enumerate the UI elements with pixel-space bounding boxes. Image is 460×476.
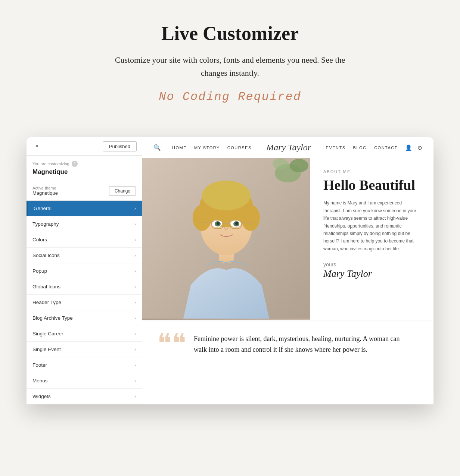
chevron-right-icon: › bbox=[134, 206, 136, 211]
chevron-right-icon: › bbox=[134, 316, 136, 321]
search-icon[interactable]: 🔍 bbox=[153, 144, 161, 151]
chevron-right-icon: › bbox=[134, 253, 136, 258]
hello-title: Hello Beautiful bbox=[323, 177, 420, 193]
site-navbar: 🔍 HOME MY STORY COURSES Mary Taylor EVEN… bbox=[142, 137, 433, 158]
hero-photo bbox=[142, 158, 310, 320]
active-theme-name: Magnetique bbox=[32, 190, 58, 196]
sidebar-topbar: × Published bbox=[27, 137, 142, 156]
svg-point-3 bbox=[273, 158, 288, 169]
svg-point-14 bbox=[217, 222, 220, 225]
nav-item-label: Single Event bbox=[32, 347, 61, 352]
customizing-label: You are customizing ? bbox=[32, 161, 136, 167]
active-theme-label: Active theme bbox=[32, 186, 58, 190]
nav-item-label: Blog Archive Type bbox=[32, 315, 73, 321]
nav-links-left: HOME MY STORY COURSES bbox=[172, 145, 252, 150]
chevron-right-icon: › bbox=[134, 331, 136, 336]
nav-item-label: Colors bbox=[32, 237, 47, 242]
sidebar-item-header-type[interactable]: Header Type› bbox=[27, 295, 142, 310]
nav-events[interactable]: EVENTS bbox=[326, 145, 346, 150]
chevron-right-icon: › bbox=[134, 394, 136, 399]
active-theme-row: Active theme Magnetique Change bbox=[27, 181, 142, 201]
user-icon[interactable]: 👤 bbox=[405, 144, 412, 151]
site-logo[interactable]: Mary Taylor bbox=[259, 143, 318, 153]
nav-item-label: Global Icons bbox=[32, 284, 60, 289]
svg-point-8 bbox=[241, 205, 260, 231]
close-button[interactable]: × bbox=[32, 141, 42, 151]
hero-subtitle: Customize your site with colors, fonts a… bbox=[103, 53, 357, 79]
sidebar-item-typography[interactable]: Typography› bbox=[27, 216, 142, 232]
sidebar-item-single-career[interactable]: Single Career› bbox=[27, 326, 142, 342]
chevron-right-icon: › bbox=[134, 237, 136, 242]
page-title: Live Customizer bbox=[15, 22, 445, 44]
svg-point-15 bbox=[235, 222, 238, 225]
quote-text: Feminine power is silent, dark, mysterio… bbox=[194, 333, 403, 355]
website-preview: 🔍 HOME MY STORY COURSES Mary Taylor EVEN… bbox=[142, 137, 433, 404]
nav-item-label: Single Career bbox=[32, 331, 63, 336]
quote-section: ❝❝ Feminine power is silent, dark, myste… bbox=[142, 320, 433, 368]
nav-item-label: Header Type bbox=[32, 300, 61, 305]
chevron-right-icon: › bbox=[134, 284, 136, 289]
sidebar-item-social-icons[interactable]: Social Icons› bbox=[27, 248, 142, 263]
nav-courses[interactable]: COURSES bbox=[227, 145, 252, 150]
sidebar-item-widgets[interactable]: Widgets› bbox=[27, 389, 142, 404]
help-icon[interactable]: ? bbox=[72, 161, 78, 167]
nav-icons: 👤 ⊙ bbox=[405, 144, 422, 151]
no-coding-text: No Coding Required bbox=[15, 90, 445, 104]
nav-item-label: Widgets bbox=[32, 394, 51, 399]
svg-point-7 bbox=[193, 205, 211, 231]
site-name: Magnetique bbox=[32, 168, 136, 176]
chevron-right-icon: › bbox=[134, 269, 136, 274]
customizer-sidebar: × Published You are customizing ? Magnet… bbox=[27, 137, 142, 404]
sidebar-item-global-icons[interactable]: Global Icons› bbox=[27, 279, 142, 295]
nav-contact[interactable]: CONTACT bbox=[374, 145, 398, 150]
hero-content: ABOUT ME Hello Beautiful My name is Mary… bbox=[310, 158, 433, 320]
nav-item-label: Menus bbox=[32, 378, 48, 383]
sidebar-item-footer[interactable]: Footer› bbox=[27, 357, 142, 373]
nav-home[interactable]: HOME bbox=[172, 145, 187, 150]
chevron-right-icon: › bbox=[134, 378, 136, 383]
nav-item-label: General bbox=[34, 206, 52, 211]
nav-blog[interactable]: BLOG bbox=[353, 145, 367, 150]
chevron-right-icon: › bbox=[134, 222, 136, 227]
chevron-right-icon: › bbox=[134, 363, 136, 368]
nav-item-label: Typography bbox=[32, 221, 59, 227]
chevron-right-icon: › bbox=[134, 300, 136, 305]
chevron-right-icon: › bbox=[134, 347, 136, 352]
change-theme-button[interactable]: Change bbox=[109, 186, 136, 196]
nav-menu: General›Typography›Colors›Social Icons›P… bbox=[27, 201, 142, 404]
sidebar-item-menus[interactable]: Menus› bbox=[27, 373, 142, 389]
sidebar-item-colors[interactable]: Colors› bbox=[27, 232, 142, 248]
site-hero: ABOUT ME Hello Beautiful My name is Mary… bbox=[142, 158, 433, 320]
nav-links-right: EVENTS BLOG CONTACT bbox=[326, 145, 398, 150]
sidebar-item-blog-archive-type[interactable]: Blog Archive Type› bbox=[27, 310, 142, 326]
hero-image bbox=[142, 158, 310, 320]
browser-mockup-wrapper: × Published You are customizing ? Magnet… bbox=[0, 137, 460, 404]
page-hero: Live Customizer Customize your site with… bbox=[0, 0, 460, 137]
sidebar-item-general[interactable]: General› bbox=[27, 201, 142, 216]
woman-illustration bbox=[142, 158, 310, 319]
quote-marks: ❝❝ bbox=[157, 330, 186, 357]
svg-point-2 bbox=[290, 159, 308, 172]
nav-my-story[interactable]: MY STORY bbox=[194, 145, 220, 150]
hero-body-text: My name is Mary and I am experienced the… bbox=[323, 199, 420, 253]
nav-item-label: Footer bbox=[32, 362, 47, 368]
nav-item-label: Popup bbox=[32, 268, 47, 274]
sidebar-item-popup[interactable]: Popup› bbox=[27, 263, 142, 279]
about-label: ABOUT ME bbox=[323, 169, 420, 174]
signature: yours, Mary Taylor bbox=[323, 262, 420, 279]
customizer-info: You are customizing ? Magnetique bbox=[27, 156, 142, 181]
nav-item-label: Social Icons bbox=[32, 253, 60, 258]
cart-icon[interactable]: ⊙ bbox=[417, 144, 422, 151]
published-button[interactable]: Published bbox=[103, 141, 137, 151]
sidebar-item-single-event[interactable]: Single Event› bbox=[27, 342, 142, 357]
browser-mockup: × Published You are customizing ? Magnet… bbox=[27, 137, 433, 404]
svg-point-9 bbox=[202, 181, 251, 210]
